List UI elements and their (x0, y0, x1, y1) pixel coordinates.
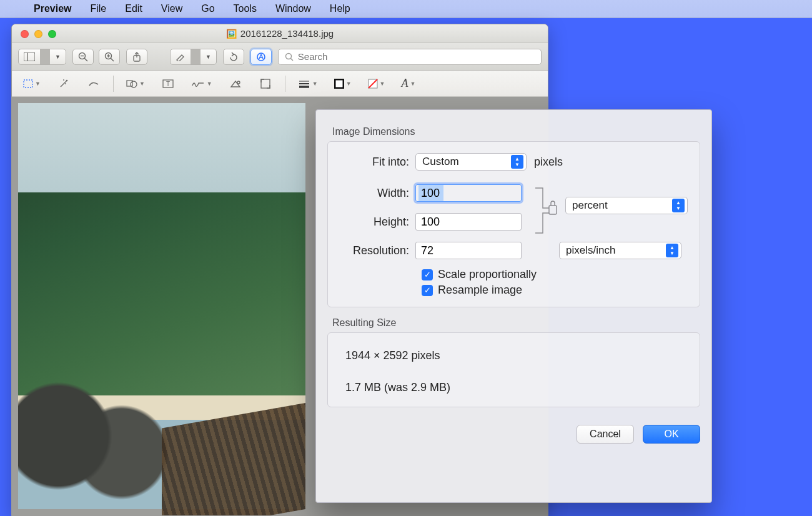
toolbar-divider (285, 76, 285, 92)
instant-alpha-button[interactable] (53, 75, 74, 92)
chevron-down-icon: ▼ (207, 81, 212, 87)
shapes-icon (126, 79, 137, 89)
chevron-down-icon: ▼ (139, 81, 145, 87)
wh-unit-select[interactable]: percent ▲▼ (565, 197, 688, 214)
fit-into-unit: pixels (534, 156, 563, 169)
close-window-button[interactable] (21, 30, 29, 38)
adjust-size-dialog: Image Dimensions Fit into: Custom ▲▼ pix… (315, 109, 712, 503)
border-color-button[interactable]: ▼ (330, 75, 355, 92)
sidebar-view-button[interactable]: ▼ (18, 49, 66, 65)
adjust-color-button[interactable] (225, 75, 246, 92)
cancel-button[interactable]: Cancel (577, 425, 634, 444)
svg-point-20 (131, 81, 137, 87)
selection-tool-button[interactable]: ▼ (19, 75, 44, 92)
fit-into-select[interactable]: Custom ▲▼ (415, 153, 527, 171)
adjust-color-icon (230, 79, 241, 88)
selection-rect-icon (23, 79, 33, 88)
menu-help[interactable]: Help (330, 3, 350, 14)
menu-file[interactable]: File (90, 3, 106, 14)
ok-button[interactable]: OK (643, 425, 700, 444)
fit-into-value: Custom (422, 156, 459, 168)
image-dimensions-panel: Fit into: Custom ▲▼ pixels Width: Height… (327, 141, 700, 307)
toolbar-divider (113, 76, 114, 92)
fill-color-button[interactable]: ▼ (364, 75, 389, 92)
fill-color-icon (368, 79, 378, 89)
chevron-down-icon: ▼ (201, 54, 216, 60)
resulting-size-label: Resulting Size (332, 317, 700, 329)
height-input[interactable] (415, 213, 522, 231)
wh-unit-value: percent (572, 199, 608, 212)
svg-text:T: T (166, 81, 170, 87)
search-input[interactable] (298, 51, 535, 62)
pencil-icon (88, 79, 99, 88)
marker-icon (171, 52, 191, 61)
search-icon (285, 52, 294, 61)
result-pixels: 1944 × 2592 pixels (345, 349, 688, 362)
adjust-size-button[interactable] (255, 75, 276, 92)
svg-rect-0 (24, 52, 35, 61)
svg-rect-14 (24, 80, 32, 87)
rotate-icon (229, 52, 239, 62)
zoom-window-button[interactable] (48, 30, 56, 38)
line-style-button[interactable]: ▼ (294, 75, 322, 92)
menubar: Preview File Edit View Go Tools Window H… (0, 0, 812, 18)
zoom-in-button[interactable] (99, 49, 120, 65)
menu-edit[interactable]: Edit (125, 3, 142, 14)
search-field[interactable] (278, 49, 542, 65)
height-label: Height: (339, 216, 415, 229)
highlight-button[interactable]: ▼ (170, 49, 217, 65)
share-icon (132, 52, 141, 62)
zoom-out-icon (78, 52, 88, 62)
svg-rect-29 (335, 79, 344, 88)
shapes-button[interactable]: ▼ (122, 75, 149, 92)
minimize-window-button[interactable] (34, 30, 42, 38)
signature-icon (191, 79, 205, 88)
resolution-label: Resolution: (339, 244, 415, 257)
resolution-unit-select[interactable]: pixels/inch ▲▼ (559, 242, 681, 259)
menu-tools[interactable]: Tools (234, 3, 257, 14)
chevron-down-icon: ▼ (50, 54, 66, 60)
text-style-button[interactable]: A▼ (398, 75, 420, 92)
width-input[interactable] (415, 184, 522, 202)
share-button[interactable] (126, 49, 147, 65)
svg-point-18 (63, 79, 64, 81)
svg-point-16 (66, 79, 68, 81)
resolution-unit-value: pixels/inch (566, 244, 615, 257)
svg-line-4 (84, 58, 87, 61)
svg-rect-25 (261, 79, 270, 88)
line-weight-icon (298, 79, 310, 88)
chevron-down-icon: ▼ (380, 81, 385, 87)
aspect-lock-icon[interactable] (534, 187, 559, 232)
rotate-button[interactable] (223, 49, 244, 65)
resample-image-label: Resample image (438, 284, 522, 297)
text-box-icon: T (162, 79, 174, 89)
menu-go[interactable]: Go (201, 3, 214, 14)
sign-button[interactable]: ▼ (187, 75, 216, 92)
width-label: Width: (339, 187, 415, 200)
zoom-out-button[interactable] (72, 49, 94, 65)
scale-proportionally-checkbox[interactable]: ✓ Scale proportionally (422, 268, 688, 281)
scale-proportionally-label: Scale proportionally (438, 268, 537, 281)
image-content[interactable] (18, 103, 305, 509)
text-button[interactable]: T (157, 75, 179, 92)
checkmark-icon: ✓ (422, 285, 433, 296)
resolution-input[interactable] (415, 242, 522, 259)
menu-window[interactable]: Window (275, 3, 311, 14)
sketch-button[interactable] (83, 75, 104, 92)
stepper-arrows-icon: ▲▼ (672, 199, 685, 212)
stepper-arrows-icon: ▲▼ (666, 244, 678, 257)
main-toolbar: ▼ ▼ (12, 43, 548, 71)
font-icon: A (402, 77, 408, 90)
app-menu[interactable]: Preview (34, 3, 71, 14)
markup-toolbar-button[interactable] (250, 49, 272, 65)
svg-line-8 (111, 58, 114, 61)
sidebar-icon (19, 52, 40, 61)
markup-toolbar: ▼ ▼ T ▼ ▼ ▼ ▼ A▼ (12, 71, 548, 97)
chevron-down-icon: ▼ (35, 81, 41, 87)
menu-view[interactable]: View (161, 3, 182, 14)
svg-point-12 (285, 53, 291, 59)
border-color-icon (334, 79, 344, 89)
svg-point-17 (65, 83, 66, 84)
svg-rect-32 (549, 206, 557, 214)
resample-image-checkbox[interactable]: ✓ Resample image (422, 284, 688, 297)
